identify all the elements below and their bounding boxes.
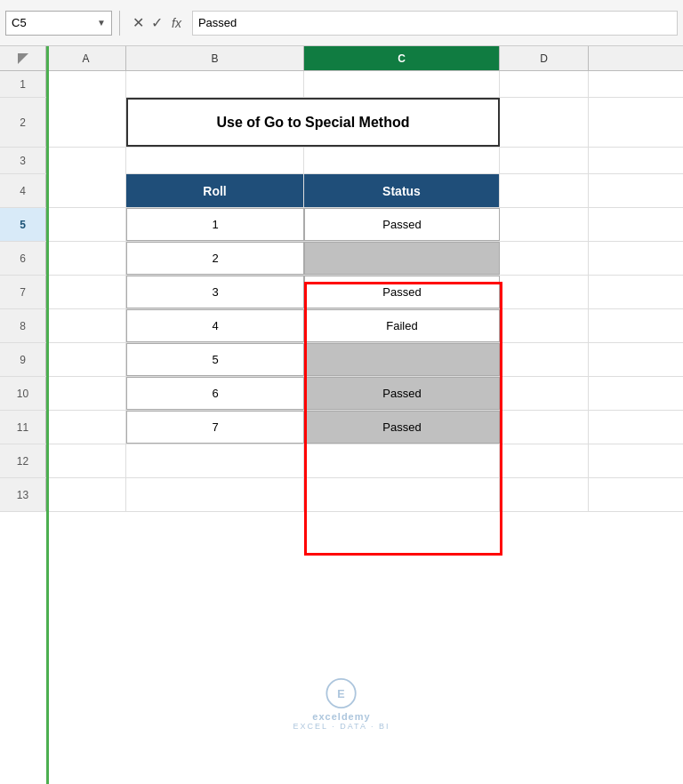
name-box[interactable]: C5 ▼	[5, 11, 112, 36]
row-num-4: 4	[0, 174, 46, 207]
cell-c6[interactable]	[304, 242, 500, 275]
watermark: E exceldemy EXCEL · DATA · BI	[293, 677, 390, 731]
cell-a9[interactable]	[46, 343, 126, 376]
row-num-12: 12	[0, 444, 46, 477]
cell-reference: C5	[12, 16, 27, 29]
exceldemy-logo-icon: E	[325, 677, 358, 709]
formula-bar-divider	[119, 11, 120, 36]
row-1: 1	[0, 71, 683, 98]
col-header-b[interactable]: B	[126, 46, 304, 70]
cell-d8[interactable]	[500, 309, 589, 342]
svg-text:E: E	[338, 688, 345, 700]
cell-a7[interactable]	[46, 276, 126, 308]
cell-b3[interactable]	[126, 148, 304, 174]
cell-a3[interactable]	[46, 148, 126, 174]
cell-b10[interactable]: 6	[126, 377, 304, 410]
col-header-a[interactable]: A	[46, 46, 126, 70]
cell-b12[interactable]	[126, 444, 304, 477]
row-9: 9 5	[0, 343, 683, 377]
cell-b8[interactable]: 4	[126, 309, 304, 342]
cell-b9[interactable]: 5	[126, 343, 304, 376]
row-2: 2 Use of Go to Special Method	[0, 98, 683, 148]
cell-a11[interactable]	[46, 411, 126, 444]
cell-d1[interactable]	[500, 71, 589, 98]
cell-a1[interactable]	[46, 71, 126, 98]
cell-c3[interactable]	[304, 148, 500, 174]
cell-c9[interactable]	[304, 343, 500, 376]
cell-a6[interactable]	[46, 242, 126, 275]
title-cell: Use of Go to Special Method	[126, 98, 500, 147]
row-num-8: 8	[0, 309, 46, 342]
cell-a13[interactable]	[46, 478, 126, 511]
corner-triangle-icon	[18, 53, 28, 64]
col-header-d[interactable]: D	[500, 46, 589, 70]
row-12: 12	[0, 444, 683, 478]
cell-a10[interactable]	[46, 377, 126, 410]
row-num-2: 2	[0, 98, 46, 147]
cell-d2[interactable]	[500, 98, 589, 147]
cell-a4[interactable]	[46, 174, 126, 207]
cell-d6[interactable]	[500, 242, 589, 275]
cell-c8[interactable]: Failed	[304, 309, 500, 342]
row-10: 10 6 Passed	[0, 377, 683, 411]
left-margin-line	[46, 46, 49, 784]
cell-a12[interactable]	[46, 444, 126, 477]
row-3: 3	[0, 148, 683, 174]
row-8: 8 4 Failed	[0, 309, 683, 343]
cell-c10[interactable]: Passed	[304, 377, 500, 410]
row-6: 6 2	[0, 242, 683, 276]
cell-c1[interactable]	[304, 71, 500, 98]
cell-c7[interactable]: Passed	[304, 276, 500, 308]
cell-c5[interactable]: Passed	[304, 208, 500, 241]
row-num-6: 6	[0, 242, 46, 275]
cell-c13[interactable]	[304, 478, 500, 511]
row-num-11: 11	[0, 411, 46, 444]
cell-d3[interactable]	[500, 148, 589, 174]
cell-b6[interactable]: 2	[126, 242, 304, 275]
row-13: 13	[0, 478, 683, 512]
spreadsheet: A B C D 1 2 Use of Go to Special Method …	[0, 46, 683, 784]
row-num-1: 1	[0, 71, 46, 97]
row-4: 4 Roll Status	[0, 174, 683, 208]
cell-a5[interactable]	[46, 208, 126, 241]
cell-b13[interactable]	[126, 478, 304, 511]
cell-d7[interactable]	[500, 276, 589, 308]
row-num-10: 10	[0, 377, 46, 410]
row-5: 5 1 Passed	[0, 208, 683, 242]
cell-d13[interactable]	[500, 478, 589, 511]
cell-b5[interactable]: 1	[126, 208, 304, 241]
cell-b7[interactable]: 3	[126, 276, 304, 308]
formula-icons: ✕ ✓	[127, 14, 168, 31]
row-7: 7 3 Passed	[0, 276, 683, 309]
row-num-5: 5	[0, 208, 46, 241]
row-num-3: 3	[0, 148, 46, 173]
row-num-7: 7	[0, 276, 46, 308]
cell-a2[interactable]	[46, 98, 126, 147]
cancel-icon[interactable]: ✕	[133, 14, 144, 31]
formula-input[interactable]	[192, 11, 678, 36]
cell-d5[interactable]	[500, 208, 589, 241]
name-box-dropdown-icon[interactable]: ▼	[97, 18, 106, 28]
cell-c12[interactable]	[304, 444, 500, 477]
row-11: 11 7 Passed	[0, 411, 683, 444]
cell-d12[interactable]	[500, 444, 589, 477]
row-num-13: 13	[0, 478, 46, 511]
cell-d11[interactable]	[500, 411, 589, 444]
corner-cell	[0, 46, 46, 70]
cell-c11[interactable]: Passed	[304, 411, 500, 444]
cell-b11[interactable]: 7	[126, 411, 304, 444]
formula-bar: C5 ▼ ✕ ✓ fx	[0, 0, 683, 46]
watermark-sub: EXCEL · DATA · BI	[293, 722, 390, 731]
cell-d4[interactable]	[500, 174, 589, 207]
cell-a8[interactable]	[46, 309, 126, 342]
cell-d9[interactable]	[500, 343, 589, 376]
cell-b1[interactable]	[126, 71, 304, 98]
cell-c4-status-header: Status	[304, 174, 500, 207]
watermark-brand: exceldemy	[312, 711, 370, 722]
column-headers: A B C D	[0, 46, 683, 71]
row-num-9: 9	[0, 343, 46, 376]
confirm-icon[interactable]: ✓	[151, 14, 163, 31]
col-header-c[interactable]: C	[304, 46, 500, 70]
cell-b4-roll-header: Roll	[126, 174, 304, 207]
cell-d10[interactable]	[500, 377, 589, 410]
